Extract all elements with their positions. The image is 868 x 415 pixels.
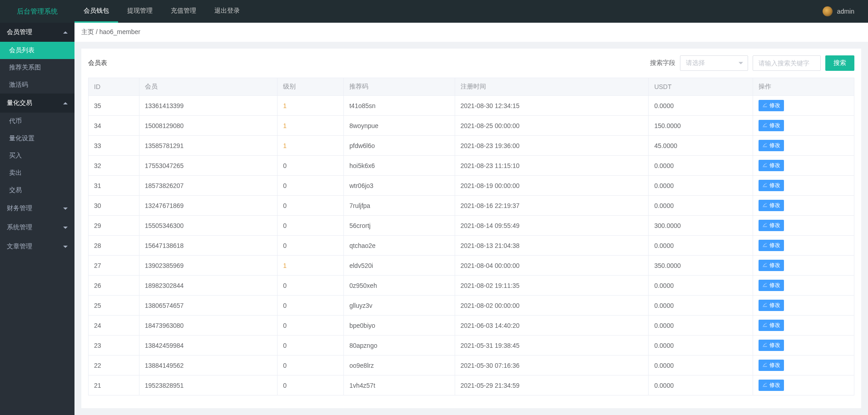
cell-id: 24 xyxy=(89,316,139,336)
cell-level: 0 xyxy=(278,196,344,216)
edit-button[interactable]: 修改 xyxy=(759,380,784,391)
cell-usdt: 0.0000 xyxy=(649,196,753,216)
sidebar-item-0-1[interactable]: 推荐关系图 xyxy=(0,59,74,76)
topnav-item-2[interactable]: 充值管理 xyxy=(162,0,205,23)
edit-button[interactable]: 修改 xyxy=(759,260,784,271)
breadcrumb-current: hao6_member xyxy=(99,28,140,35)
edit-icon xyxy=(762,302,768,309)
cell-time: 2021-08-02 19:11:35 xyxy=(455,276,649,296)
sidebar-item-1-1[interactable]: 量化设置 xyxy=(0,130,74,147)
edit-icon xyxy=(762,322,768,329)
cell-member: 13902385969 xyxy=(139,256,278,276)
cell-level: 1 xyxy=(278,256,344,276)
topnav-item-0[interactable]: 会员钱包 xyxy=(74,0,118,23)
edit-icon xyxy=(762,182,768,189)
table-row: 31185738262070wtr06jo32021-08-19 00:00:0… xyxy=(89,176,854,196)
sidebar-item-1-3[interactable]: 卖出 xyxy=(0,164,74,182)
search-button[interactable]: 搜索 xyxy=(825,55,854,71)
topnav-item-1[interactable]: 提现管理 xyxy=(118,0,162,23)
sidebar-group-4[interactable]: 文章管理 xyxy=(0,237,74,256)
cell-actions: 修改 xyxy=(753,375,854,395)
panel-title: 会员表 xyxy=(88,59,107,67)
edit-button[interactable]: 修改 xyxy=(759,180,784,191)
sidebar-item-0-2[interactable]: 激活码 xyxy=(0,76,74,94)
cell-id: 21 xyxy=(89,375,139,395)
edit-button-label: 修改 xyxy=(769,381,780,389)
edit-button[interactable]: 修改 xyxy=(759,140,784,151)
topbar-right[interactable]: admin xyxy=(823,6,868,16)
cell-level: 1 xyxy=(278,116,344,136)
topnav-item-3[interactable]: 退出登录 xyxy=(205,0,249,23)
breadcrumb-home[interactable]: 主页 xyxy=(81,28,94,35)
table-header-3: 推荐码 xyxy=(344,78,455,96)
cell-usdt: 0.0000 xyxy=(649,176,753,196)
cell-id: 30 xyxy=(89,196,139,216)
cell-usdt: 0.0000 xyxy=(649,375,753,395)
cell-id: 28 xyxy=(89,236,139,256)
search-keyword-input[interactable] xyxy=(753,55,821,71)
table-row: 28156471386180qtchao2e2021-08-13 21:04:3… xyxy=(89,236,854,256)
cell-code: eldv520i xyxy=(344,256,455,276)
sidebar-group-1[interactable]: 量化交易 xyxy=(0,94,74,113)
table-row: 25138065746570glluyz3v2021-08-02 00:00:0… xyxy=(89,296,854,316)
sidebar-group-label: 文章管理 xyxy=(7,242,32,251)
cell-id: 29 xyxy=(89,216,139,236)
cell-time: 2021-08-14 09:55:49 xyxy=(455,216,649,236)
edit-button[interactable]: 修改 xyxy=(759,280,784,291)
cell-actions: 修改 xyxy=(753,136,854,156)
chevron-down-icon xyxy=(63,246,68,248)
edit-button[interactable]: 修改 xyxy=(759,120,784,131)
edit-icon xyxy=(762,282,768,289)
cell-usdt: 350.0000 xyxy=(649,256,753,276)
edit-icon xyxy=(762,382,768,389)
cell-actions: 修改 xyxy=(753,116,854,136)
brand-title: 后台管理系统 xyxy=(0,0,74,23)
sidebar-group-0[interactable]: 会员管理 xyxy=(0,23,74,42)
edit-button[interactable]: 修改 xyxy=(759,200,784,211)
search-field-select[interactable]: 请选择 xyxy=(680,55,748,71)
table-header-2: 级别 xyxy=(278,78,344,96)
cell-member: 13842459984 xyxy=(139,336,278,356)
edit-button[interactable]: 修改 xyxy=(759,360,784,371)
cell-id: 27 xyxy=(89,256,139,276)
sidebar-group-label: 会员管理 xyxy=(7,28,32,36)
edit-icon xyxy=(762,162,768,169)
cell-code: wtr06jo3 xyxy=(344,176,455,196)
table-row: 33135857812911pfdw6l6o2021-08-23 19:36:0… xyxy=(89,136,854,156)
cell-time: 2021-06-03 14:40:20 xyxy=(455,316,649,336)
cell-member: 13247671869 xyxy=(139,196,278,216)
edit-button[interactable]: 修改 xyxy=(759,160,784,171)
cell-code: t41o85sn xyxy=(344,96,455,116)
cell-level: 0 xyxy=(278,156,344,176)
edit-button[interactable]: 修改 xyxy=(759,320,784,331)
edit-button[interactable]: 修改 xyxy=(759,340,784,351)
edit-button[interactable]: 修改 xyxy=(759,100,784,111)
sidebar-item-1-2[interactable]: 买入 xyxy=(0,147,74,164)
edit-icon xyxy=(762,122,768,129)
cell-code: qtchao2e xyxy=(344,236,455,256)
cell-time: 2021-08-04 00:00:00 xyxy=(455,256,649,276)
cell-id: 23 xyxy=(89,336,139,356)
cell-member: 13585781291 xyxy=(139,136,278,156)
cell-actions: 修改 xyxy=(753,256,854,276)
edit-button-label: 修改 xyxy=(769,202,780,209)
sidebar-item-1-0[interactable]: 代币 xyxy=(0,113,74,130)
table-row: 341500812908018woynpue2021-08-25 00:00:0… xyxy=(89,116,854,136)
edit-button[interactable]: 修改 xyxy=(759,300,784,311)
cell-id: 35 xyxy=(89,96,139,116)
sidebar-group-2[interactable]: 财务管理 xyxy=(0,199,74,218)
edit-button[interactable]: 修改 xyxy=(759,220,784,231)
edit-button[interactable]: 修改 xyxy=(759,240,784,251)
cell-code: 0z950xeh xyxy=(344,276,455,296)
cell-time: 2021-08-25 00:00:00 xyxy=(455,116,649,136)
sidebar-item-1-4[interactable]: 交易 xyxy=(0,182,74,199)
cell-id: 25 xyxy=(89,296,139,316)
sidebar-item-0-0[interactable]: 会员列表 xyxy=(0,42,74,59)
sidebar-group-3[interactable]: 系统管理 xyxy=(0,218,74,237)
cell-time: 2021-05-31 19:38:45 xyxy=(455,336,649,356)
edit-button-label: 修改 xyxy=(769,182,780,189)
cell-level: 1 xyxy=(278,136,344,156)
cell-code: pfdw6l6o xyxy=(344,136,455,156)
cell-actions: 修改 xyxy=(753,156,854,176)
cell-level: 0 xyxy=(278,276,344,296)
